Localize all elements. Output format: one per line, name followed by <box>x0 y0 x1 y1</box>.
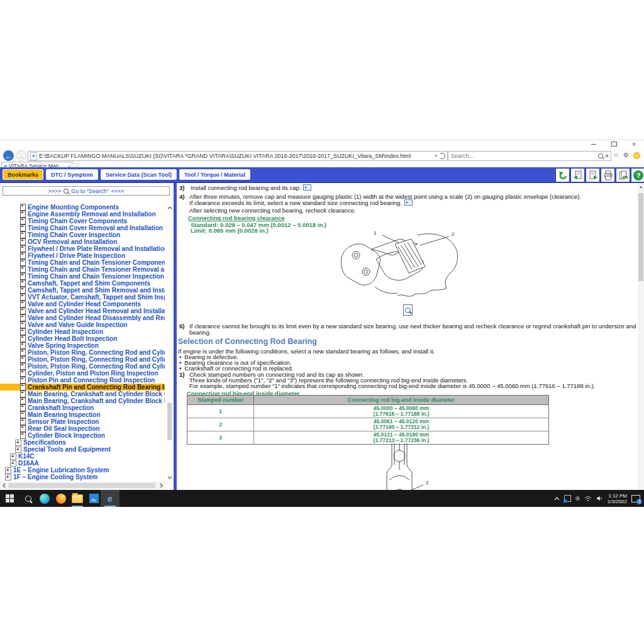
tray-status-icon[interactable] <box>575 496 580 501</box>
tree-item[interactable]: Main Bearing Inspection <box>0 411 103 418</box>
sidebar-vertical-scrollbar[interactable] <box>166 204 173 481</box>
tree-item-icon <box>20 211 26 218</box>
tool-torque-material-button[interactable]: Tool / Torque / Material <box>179 169 250 180</box>
tree-item[interactable]: Valve and Cylinder Head Removal and Inst… <box>0 308 165 314</box>
tree-item[interactable]: Valve and Cylinder Head Disassembly and … <box>0 314 165 321</box>
tree-item-icon <box>20 404 26 411</box>
tree-item[interactable]: 1F – Engine Cooling System <box>0 474 99 480</box>
tree-item[interactable]: D16AA <box>0 460 41 467</box>
scroll-left-icon[interactable] <box>0 482 8 489</box>
forward-button[interactable]: → <box>16 150 26 161</box>
tree-item[interactable]: K14C <box>0 453 36 460</box>
action-center-icon[interactable]: 3 <box>631 495 640 502</box>
tree-item[interactable]: Cylinder Head Bolt Inspection <box>0 335 119 342</box>
sidebar-search-button[interactable]: >>>> Go to "Search" <<<< <box>3 186 170 196</box>
back-button[interactable]: ← <box>3 150 14 161</box>
help-button[interactable]: ? <box>631 168 644 182</box>
tree-item[interactable]: Main Bearing, Crankshaft and Cylinder Bl… <box>0 391 165 397</box>
tree-item[interactable]: Engine Mounting Components <box>0 204 121 211</box>
start-button[interactable] <box>0 490 19 507</box>
tree-item[interactable]: Flywheel / Drive Plate Removal and Insta… <box>0 245 165 252</box>
tree-item[interactable]: Cylinder, Piston and Piston Ring Inspect… <box>0 370 160 377</box>
tree-item-label: 1E – Engine Lubrication System <box>13 467 109 474</box>
undo-button[interactable] <box>555 168 570 182</box>
restore-button[interactable] <box>610 141 618 147</box>
tray-chevron-up-icon[interactable] <box>554 497 560 501</box>
tree-item[interactable]: Piston Pin and Connecting Rod Inspection <box>0 377 157 384</box>
dtc-symptom-button[interactable]: DTC / Symptom <box>46 169 98 180</box>
scroll-up-icon[interactable]: ▲ <box>638 185 644 189</box>
screenshot-canvas: × ← → e E:\BACKUP FLAMINGO MANUALS\SUZUK… <box>0 0 644 644</box>
export-button[interactable] <box>616 168 630 182</box>
tree-item[interactable]: 1E – Engine Lubrication System <box>0 467 111 474</box>
sidebar-horizontal-scrollbar[interactable] <box>0 482 165 489</box>
image-link-icon[interactable] <box>404 199 413 206</box>
scroll-right-icon[interactable] <box>157 482 165 489</box>
next-page-button[interactable] <box>586 168 600 182</box>
tree-item[interactable]: Timing Chain Cover Inspection <box>0 231 122 238</box>
search-icon[interactable] <box>598 153 603 158</box>
zoom-image-icon[interactable] <box>403 304 413 316</box>
scroll-down-icon[interactable] <box>166 474 174 481</box>
clock-time: 1:12 PM <box>608 493 627 499</box>
scrollbar-thumb[interactable] <box>167 402 172 440</box>
content-vertical-scrollbar[interactable]: ▲ <box>638 183 644 490</box>
search-box[interactable]: Search... ▾ <box>448 151 611 161</box>
image-link-icon[interactable] <box>303 184 311 191</box>
tree-item[interactable]: Piston, Piston Ring, Connecting Rod and … <box>0 356 165 363</box>
tree-item[interactable]: Cylinder Block Inspection <box>0 432 107 439</box>
scroll-up-icon[interactable] <box>166 204 174 211</box>
tree-item[interactable]: Special Tools and Equipment <box>0 446 113 453</box>
home-icon[interactable]: ⌂ <box>605 152 609 159</box>
bookmarks-button[interactable]: Bookmarks <box>3 169 43 180</box>
tree-item[interactable]: Valve and Cylinder Head Components <box>0 301 143 308</box>
tree-item[interactable]: Cylinder Head Inspection <box>0 328 105 335</box>
feedback-smiley-icon[interactable] <box>633 152 640 159</box>
tree-item[interactable]: Valve Spring Inspection <box>0 342 101 349</box>
tree-item[interactable]: Timing Chain and Chain Tensioner Inspect… <box>0 273 165 280</box>
service-data-button[interactable]: Service Data (Scan Tool) <box>101 169 177 180</box>
tree-item[interactable]: Camshaft, Tappet and Shim Components <box>0 280 152 287</box>
close-button[interactable]: × <box>630 141 638 147</box>
tree-item[interactable]: Timing Chain Cover Components <box>0 218 129 225</box>
taskbar-clock[interactable]: 1:12 PM 1/3/2022 <box>608 493 627 504</box>
scrollbar-thumb[interactable] <box>638 193 643 281</box>
taskbar-internet-explorer-button[interactable]: e <box>101 490 119 507</box>
tree-item[interactable]: Piston, Piston Ring, Connecting Rod and … <box>0 363 165 370</box>
tree-item[interactable]: Sensor Plate Inspection <box>0 418 101 425</box>
address-bar[interactable]: e E:\BACKUP FLAMINGO MANUALS\SUZUKI (SI)… <box>28 151 448 161</box>
tree-item[interactable]: Timing Chain and Chain Tensioner Removal… <box>0 266 165 273</box>
tree-item[interactable]: Piston, Piston Ring, Connecting Rod and … <box>0 349 165 356</box>
tree-item[interactable]: OCV Removal and Installation <box>0 238 119 245</box>
tree-item[interactable]: Timing Chain Cover Removal and Installat… <box>0 225 165 231</box>
tray-app-icon[interactable] <box>564 495 571 502</box>
tree-item[interactable]: Timing Chain and Chain Tensioner Compone… <box>0 259 165 266</box>
scrollbar-thumb[interactable] <box>8 483 155 488</box>
tree-item[interactable]: Flywheel / Drive Plate Inspection <box>0 252 127 259</box>
autocomplete-caret-icon[interactable]: ▾ <box>435 153 437 158</box>
settings-gear-icon[interactable]: ⚙ <box>623 152 629 159</box>
tree-item-label: Valve and Cylinder Head Components <box>28 301 141 308</box>
document-previous-icon <box>572 170 584 181</box>
tree-item[interactable]: Specifications <box>0 439 68 446</box>
tree-item[interactable]: Main Bearing, Crankshaft and Cylinder Bl… <box>0 397 165 404</box>
tree-item[interactable]: Valve and Valve Guide Inspection <box>0 321 129 328</box>
document-next-icon <box>587 170 599 181</box>
network-icon[interactable] <box>584 496 592 501</box>
tree-item[interactable]: Rear Oil Seal Inspection <box>0 425 101 432</box>
clearance-spec-link[interactable]: Connecting rod bearing clearance <box>188 214 285 221</box>
favorites-star-icon[interactable]: ☆ <box>613 152 619 159</box>
print-button[interactable] <box>601 168 615 182</box>
tree-item[interactable]: Engine Assembly Removal and Installation <box>0 211 158 218</box>
minimize-button[interactable] <box>590 141 597 147</box>
tree-item-label: Crankshaft Pin and Connecting Rod Bearin… <box>28 384 165 391</box>
tree-item-icon <box>20 218 26 225</box>
tree-item[interactable]: Crankshaft Inspection <box>0 404 96 411</box>
tree-item[interactable]: Camshaft, Tappet and Shim Removal and In… <box>0 287 165 294</box>
refresh-icon[interactable] <box>439 153 445 159</box>
previous-page-button[interactable] <box>570 168 585 182</box>
figure-callout-1: 1 <box>374 230 376 236</box>
volume-icon[interactable] <box>596 496 603 501</box>
tree-item[interactable]: Crankshaft Pin and Connecting Rod Bearin… <box>0 384 165 391</box>
tree-item[interactable]: VVT Actuator, Camshaft, Tappet and Shim … <box>0 294 165 301</box>
